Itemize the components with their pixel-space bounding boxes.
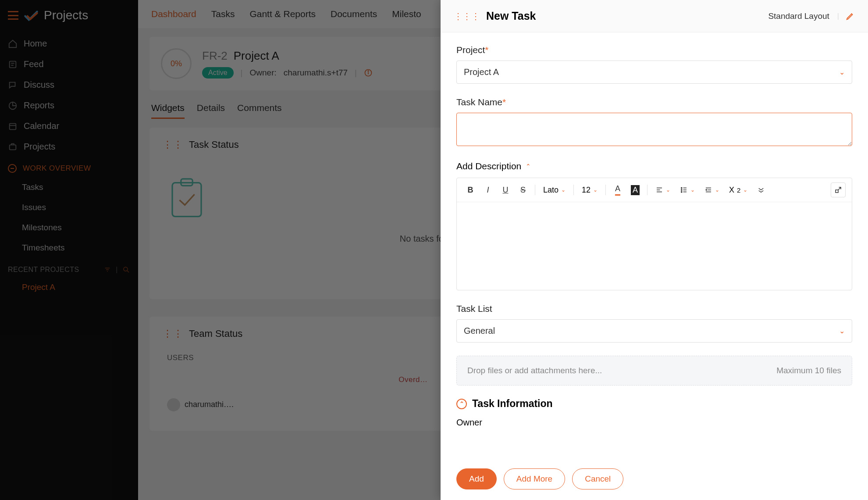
edit-icon[interactable] — [845, 11, 855, 21]
layout-selector[interactable]: Standard Layout — [768, 11, 829, 21]
panel-header: ⋮⋮⋮ New Task Standard Layout | — [441, 0, 868, 32]
font-family-select[interactable]: Lato⌄ — [540, 186, 569, 195]
svg-rect-29 — [836, 190, 838, 193]
chevron-down-icon: ⌄ — [839, 327, 845, 335]
task-info-header[interactable]: ⌃ Task Information — [456, 398, 852, 410]
bold-button[interactable]: B — [463, 182, 478, 197]
task-list-select[interactable]: General ⌄ — [456, 319, 852, 343]
svg-point-21 — [681, 189, 682, 190]
expand-icon[interactable] — [831, 182, 846, 197]
chevron-up-icon: ⌃ — [526, 163, 531, 170]
task-name-input[interactable] — [456, 113, 852, 146]
cancel-button[interactable]: Cancel — [572, 468, 623, 489]
underline-button[interactable]: U — [498, 182, 513, 197]
add-more-button[interactable]: Add More — [504, 468, 565, 489]
task-list-field: Task List General ⌄ — [456, 304, 852, 343]
panel-footer: Add Add More Cancel — [441, 461, 868, 500]
font-size-select[interactable]: 12⌄ — [578, 186, 601, 195]
add-button[interactable]: Add — [456, 468, 497, 489]
attachment-dropzone[interactable]: Drop files or add attachments here... Ma… — [456, 356, 852, 386]
align-button[interactable]: ⌄ — [652, 186, 674, 194]
editor-toolbar: B I U S Lato⌄ 12⌄ A A ⌄ ⌄ ⌄ X2⌄ — [457, 178, 852, 202]
project-field: Project* Project A ⌄ — [456, 45, 852, 84]
more-button[interactable] — [754, 182, 768, 197]
svg-point-20 — [681, 187, 682, 188]
superscript-button[interactable]: X2⌄ — [726, 186, 751, 195]
svg-point-22 — [681, 191, 682, 192]
description-toggle[interactable]: Add Description ⌃ — [456, 161, 852, 171]
project-select[interactable]: Project A ⌄ — [456, 61, 852, 84]
drag-grid-icon[interactable]: ⋮⋮⋮ — [454, 11, 480, 21]
new-task-panel: ⋮⋮⋮ New Task Standard Layout | Project* … — [441, 0, 868, 500]
italic-button[interactable]: I — [480, 182, 495, 197]
chevron-up-circle-icon: ⌃ — [456, 399, 467, 409]
highlight-button[interactable]: A — [628, 182, 643, 197]
description-field: Add Description ⌃ B I U S Lato⌄ 12⌄ A A — [456, 161, 852, 290]
list-button[interactable]: ⌄ — [676, 186, 698, 194]
strikethrough-button[interactable]: S — [516, 182, 530, 197]
task-name-field: Task Name* — [456, 97, 852, 148]
rich-text-editor: B I U S Lato⌄ 12⌄ A A ⌄ ⌄ ⌄ X2⌄ — [456, 178, 852, 290]
chevron-down-icon: ⌄ — [839, 68, 845, 76]
indent-button[interactable]: ⌄ — [701, 186, 723, 194]
panel-title: New Task — [486, 10, 768, 22]
editor-textarea[interactable] — [457, 202, 852, 290]
text-color-button[interactable]: A — [610, 182, 625, 197]
owner-field-label: Owner — [456, 418, 852, 428]
